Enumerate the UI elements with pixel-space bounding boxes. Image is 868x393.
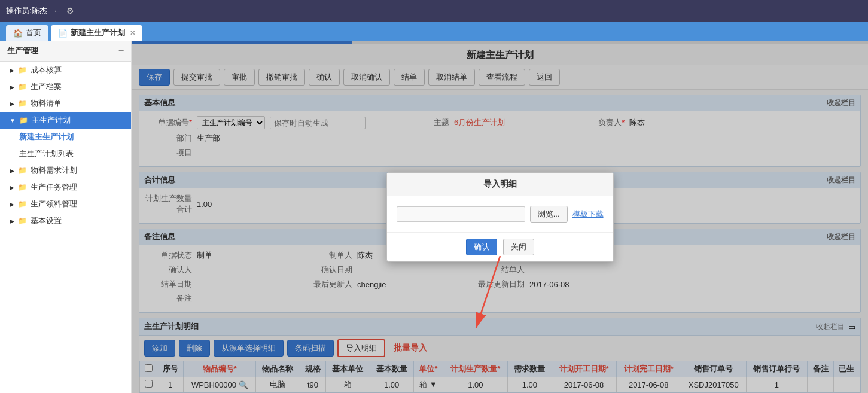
sidebar-item-files[interactable]: ▶ 📁 生产档案 bbox=[0, 78, 131, 95]
sidebar-item-cost[interactable]: ▶ 📁 成本核算 bbox=[0, 62, 131, 78]
arrow-svg bbox=[464, 256, 536, 334]
sidebar-label-master-plan-list: 主生产计划列表 bbox=[19, 148, 74, 159]
tab-new-plan-label: 新建主生产计划 bbox=[71, 28, 125, 38]
expand-icon-production-task: ▶ bbox=[10, 184, 14, 191]
template-download-link[interactable]: 模板下载 bbox=[572, 209, 604, 220]
expand-icon-bom: ▶ bbox=[10, 100, 14, 107]
folder-icon-basic-settings: 📁 bbox=[18, 217, 27, 225]
sidebar-label-cost: 成本核算 bbox=[31, 65, 62, 75]
svg-line-1 bbox=[476, 256, 500, 328]
tab-close-icon[interactable]: ✕ bbox=[130, 29, 135, 37]
expand-icon-cost: ▶ bbox=[10, 67, 14, 74]
expand-icon-production-material: ▶ bbox=[10, 201, 14, 208]
expand-icon-basic-settings: ▶ bbox=[10, 218, 14, 224]
sidebar-label-new-master-plan: 新建主生产计划 bbox=[19, 132, 74, 142]
settings-icon[interactable]: ⚙ bbox=[66, 6, 74, 16]
sidebar-label-material-req: 物料需求计划 bbox=[31, 165, 77, 176]
sidebar-item-new-master-plan[interactable]: 新建主生产计划 bbox=[0, 129, 131, 145]
tab-home-label: 首页 bbox=[26, 28, 41, 38]
content-area: 新建主生产计划 保存 提交审批 审批 撤销审批 确认 取消确认 结单 取消结单 … bbox=[132, 41, 868, 393]
sidebar-header: 生产管理 − bbox=[0, 41, 131, 62]
modal-wrapper: 导入明细 浏览... 模板下载 确认 关闭 bbox=[386, 172, 614, 262]
modal-footer: 确认 关闭 bbox=[387, 232, 613, 261]
sidebar-title: 生产管理 bbox=[7, 45, 38, 56]
sidebar-label-basic-settings: 基本设置 bbox=[31, 215, 62, 226]
expand-icon-master-plan: ▼ bbox=[10, 117, 16, 124]
top-bar-icons: ← ⚙ bbox=[53, 6, 74, 16]
tab-home[interactable]: 🏠 首页 bbox=[6, 25, 48, 41]
home-icon: 🏠 bbox=[13, 29, 23, 38]
expand-icon-material-req: ▶ bbox=[10, 167, 14, 174]
modal-dialog: 导入明细 浏览... 模板下载 确认 关闭 bbox=[386, 172, 614, 262]
tab-bar: 🏠 首页 📄 新建主生产计划 ✕ bbox=[0, 22, 868, 41]
back-nav-icon[interactable]: ← bbox=[53, 6, 62, 16]
sidebar: 生产管理 − ▶ 📁 成本核算 ▶ 📁 生产档案 ▶ 📁 物料清单 ▼ 📁 主生… bbox=[0, 41, 132, 393]
modal-confirm-button[interactable]: 确认 bbox=[466, 239, 497, 255]
folder-icon-production-task: 📁 bbox=[18, 183, 27, 191]
folder-icon-cost: 📁 bbox=[18, 66, 27, 74]
operator-label: 操作员:陈杰 bbox=[6, 5, 47, 16]
doc-icon: 📄 bbox=[58, 29, 68, 38]
modal-body: 浏览... 模板下载 bbox=[387, 196, 613, 232]
sidebar-label-production-material: 生产领料管理 bbox=[31, 199, 77, 209]
sidebar-item-basic-settings[interactable]: ▶ 📁 基本设置 bbox=[0, 212, 131, 229]
folder-icon-bom: 📁 bbox=[18, 99, 27, 108]
sidebar-item-master-plan[interactable]: ▼ 📁 主生产计划 bbox=[0, 112, 131, 129]
top-bar: 操作员:陈杰 ← ⚙ bbox=[0, 0, 868, 22]
sidebar-item-material-req[interactable]: ▶ 📁 物料需求计划 bbox=[0, 162, 131, 179]
sidebar-item-master-plan-list[interactable]: 主生产计划列表 bbox=[0, 145, 131, 162]
sidebar-label-master-plan: 主生产计划 bbox=[32, 115, 71, 126]
sidebar-label-production-task: 生产任务管理 bbox=[31, 182, 77, 193]
modal-title: 导入明细 bbox=[387, 173, 613, 196]
folder-icon-material-req: 📁 bbox=[18, 166, 27, 175]
modal-overlay: 导入明细 浏览... 模板下载 确认 关闭 bbox=[132, 41, 868, 393]
browse-button[interactable]: 浏览... bbox=[530, 206, 568, 223]
sidebar-item-bom[interactable]: ▶ 📁 物料清单 bbox=[0, 95, 131, 112]
folder-icon-files: 📁 bbox=[18, 83, 27, 91]
sidebar-item-production-material[interactable]: ▶ 📁 生产领料管理 bbox=[0, 196, 131, 212]
folder-icon-production-material: 📁 bbox=[18, 200, 27, 208]
file-path-input[interactable] bbox=[397, 206, 525, 222]
expand-icon-files: ▶ bbox=[10, 84, 14, 90]
folder-icon-master-plan: 📁 bbox=[19, 116, 28, 124]
sidebar-collapse-icon[interactable]: − bbox=[118, 45, 124, 56]
sidebar-label-files: 生产档案 bbox=[31, 81, 62, 92]
main-layout: 生产管理 − ▶ 📁 成本核算 ▶ 📁 生产档案 ▶ 📁 物料清单 ▼ 📁 主生… bbox=[0, 41, 868, 393]
modal-close-button[interactable]: 关闭 bbox=[503, 239, 534, 255]
tab-new-plan[interactable]: 📄 新建主生产计划 ✕ bbox=[51, 25, 142, 41]
sidebar-label-bom: 物料清单 bbox=[31, 98, 62, 109]
sidebar-item-production-task[interactable]: ▶ 📁 生产任务管理 bbox=[0, 179, 131, 196]
